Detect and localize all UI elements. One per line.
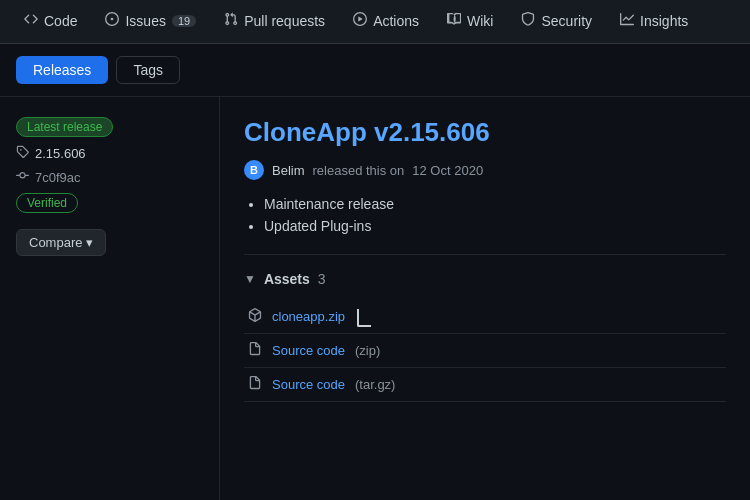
nav-label-pull-requests: Pull requests bbox=[244, 13, 325, 29]
nav-item-pull-requests[interactable]: Pull requests bbox=[212, 0, 337, 44]
commit-info: 7c0f9ac bbox=[16, 169, 81, 185]
main-content: Latest release 2.15.606 7c0f9ac Verified… bbox=[0, 97, 750, 500]
code-icon bbox=[24, 12, 38, 29]
author-avatar: B bbox=[244, 160, 264, 180]
pull-requests-icon bbox=[224, 12, 238, 29]
release-notes: Maintenance release Updated Plug-ins bbox=[244, 196, 726, 234]
assets-header: ▼ Assets 3 bbox=[244, 271, 726, 287]
latest-release-badge: Latest release bbox=[16, 117, 113, 137]
nav-item-issues[interactable]: Issues 19 bbox=[93, 0, 208, 44]
release-detail: CloneApp v2.15.606 B Belim released this… bbox=[220, 97, 750, 500]
commit-icon bbox=[16, 169, 29, 185]
issues-icon bbox=[105, 12, 119, 29]
tab-releases[interactable]: Releases bbox=[16, 56, 108, 84]
asset-row-cloneapp-zip: cloneapp.zip bbox=[244, 299, 726, 334]
asset-file-icon-tgz bbox=[248, 376, 262, 393]
source-zip-suffix: (zip) bbox=[355, 343, 380, 358]
sub-navigation: Releases Tags bbox=[0, 44, 750, 97]
asset-row-source-zip: Source code (zip) bbox=[244, 334, 726, 368]
assets-label: Assets bbox=[264, 271, 310, 287]
nav-label-insights: Insights bbox=[640, 13, 688, 29]
release-title: CloneApp v2.15.606 bbox=[244, 117, 726, 148]
wiki-icon bbox=[447, 12, 461, 29]
verified-badge: Verified bbox=[16, 193, 78, 213]
asset-package-icon bbox=[248, 308, 262, 325]
release-sidebar: Latest release 2.15.606 7c0f9ac Verified… bbox=[0, 97, 220, 500]
release-author: Belim bbox=[272, 163, 305, 178]
nav-label-security: Security bbox=[541, 13, 592, 29]
nav-item-actions[interactable]: Actions bbox=[341, 0, 431, 44]
nav-label-code: Code bbox=[44, 13, 77, 29]
list-item: Maintenance release bbox=[264, 196, 726, 212]
tag-icon bbox=[16, 145, 29, 161]
nav-item-security[interactable]: Security bbox=[509, 0, 604, 44]
compare-button[interactable]: Compare ▾ bbox=[16, 229, 106, 256]
commit-label: 7c0f9ac bbox=[35, 170, 81, 185]
release-meta: B Belim released this on 12 Oct 2020 bbox=[244, 160, 726, 180]
assets-chevron-icon: ▼ bbox=[244, 272, 256, 286]
list-item: Updated Plug-ins bbox=[264, 218, 726, 234]
download-cursor-icon bbox=[357, 309, 371, 327]
nav-item-insights[interactable]: Insights bbox=[608, 0, 700, 44]
assets-count: 3 bbox=[318, 271, 326, 287]
top-navigation: Code Issues 19 Pull requests Actions Wik… bbox=[0, 0, 750, 44]
nav-label-wiki: Wiki bbox=[467, 13, 493, 29]
release-date: 12 Oct 2020 bbox=[412, 163, 483, 178]
issues-badge: 19 bbox=[172, 15, 196, 27]
tag-label: 2.15.606 bbox=[35, 146, 86, 161]
asset-row-source-tgz: Source code (tar.gz) bbox=[244, 368, 726, 402]
nav-label-actions: Actions bbox=[373, 13, 419, 29]
asset-file-icon-zip bbox=[248, 342, 262, 359]
actions-icon bbox=[353, 12, 367, 29]
source-zip-link[interactable]: Source code bbox=[272, 343, 345, 358]
assets-section: ▼ Assets 3 cloneapp.zip Source code (zip… bbox=[244, 271, 726, 402]
source-tgz-link[interactable]: Source code bbox=[272, 377, 345, 392]
tag-info: 2.15.606 bbox=[16, 145, 86, 161]
section-divider bbox=[244, 254, 726, 255]
nav-item-wiki[interactable]: Wiki bbox=[435, 0, 505, 44]
security-icon bbox=[521, 12, 535, 29]
cloneapp-zip-link[interactable]: cloneapp.zip bbox=[272, 309, 345, 324]
compare-label: Compare bbox=[29, 235, 82, 250]
release-released-text: released this on bbox=[313, 163, 405, 178]
source-tgz-suffix: (tar.gz) bbox=[355, 377, 395, 392]
tab-tags[interactable]: Tags bbox=[116, 56, 180, 84]
nav-label-issues: Issues bbox=[125, 13, 165, 29]
insights-icon bbox=[620, 12, 634, 29]
nav-item-code[interactable]: Code bbox=[12, 0, 89, 44]
compare-chevron-icon: ▾ bbox=[86, 235, 93, 250]
